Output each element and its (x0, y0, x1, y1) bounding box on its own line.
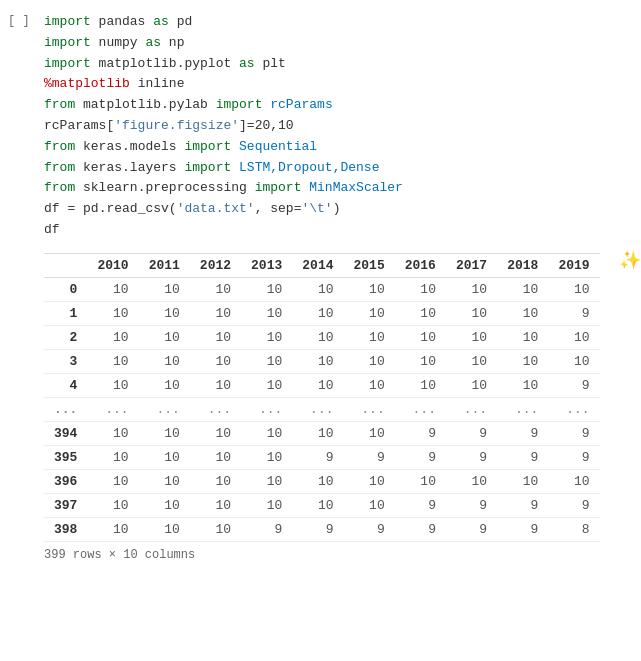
cell-value: 10 (395, 469, 446, 493)
cell-value: 9 (548, 493, 599, 517)
table-row: 3981010109999998 (44, 517, 600, 541)
cell-value: 10 (139, 349, 190, 373)
cell-value: 9 (446, 493, 497, 517)
cell-value: 10 (395, 301, 446, 325)
cell-value: 10 (446, 373, 497, 397)
cell-value: 10 (190, 301, 241, 325)
cell-value: 10 (190, 373, 241, 397)
cell-value: 10 (344, 421, 395, 445)
cell-value: 10 (87, 301, 138, 325)
table-row: 010101010101010101010 (44, 277, 600, 301)
cell-value: 10 (190, 421, 241, 445)
cell-value: 10 (497, 373, 548, 397)
cell-value: ... (139, 397, 190, 421)
row-index: ... (44, 397, 87, 421)
cell-value: 9 (446, 517, 497, 541)
cell-value: 10 (497, 349, 548, 373)
cell-value: ... (497, 397, 548, 421)
cell-value: 9 (344, 517, 395, 541)
cell-value: 10 (241, 469, 292, 493)
cell-value: ... (395, 397, 446, 421)
cell-value: 10 (190, 469, 241, 493)
table-row: 41010101010101010109 (44, 373, 600, 397)
column-header: 2013 (241, 253, 292, 277)
cell-value: 10 (241, 445, 292, 469)
cell-value: 10 (139, 421, 190, 445)
cell-value: 10 (139, 325, 190, 349)
cell-value: 9 (497, 517, 548, 541)
cell-value: 9 (344, 445, 395, 469)
table-row: 3941010101010109999 (44, 421, 600, 445)
cell-value: 10 (190, 277, 241, 301)
cell-value: 10 (87, 325, 138, 349)
cell-value: 10 (87, 469, 138, 493)
cell-value: 10 (292, 373, 343, 397)
table-row: 39610101010101010101010 (44, 469, 600, 493)
table-row: 310101010101010101010 (44, 349, 600, 373)
column-header: 2019 (548, 253, 599, 277)
cell-value: 10 (87, 445, 138, 469)
cell-value: ... (292, 397, 343, 421)
column-header: 2014 (292, 253, 343, 277)
row-index: 0 (44, 277, 87, 301)
cell-value: 10 (344, 301, 395, 325)
index-header (44, 253, 87, 277)
cell-value: 10 (344, 469, 395, 493)
column-header: 2012 (190, 253, 241, 277)
cell-value: 9 (292, 445, 343, 469)
row-index: 396 (44, 469, 87, 493)
row-index: 2 (44, 325, 87, 349)
cell-value: 10 (87, 373, 138, 397)
cell-value: 10 (241, 301, 292, 325)
cell-value: 10 (344, 373, 395, 397)
cell-value: 10 (344, 349, 395, 373)
cell-value: 10 (446, 469, 497, 493)
column-header: 2016 (395, 253, 446, 277)
cell-value: 10 (395, 373, 446, 397)
column-header: 2017 (446, 253, 497, 277)
magic-button[interactable]: ✨ (619, 249, 641, 271)
cell-value: 10 (139, 469, 190, 493)
cell-value: 10 (139, 445, 190, 469)
code-editor[interactable]: import pandas as pdimport numpy as npimp… (44, 12, 633, 241)
cell-value: 10 (241, 493, 292, 517)
row-index: 395 (44, 445, 87, 469)
cell-value: 9 (548, 373, 599, 397)
cell-value: ... (241, 397, 292, 421)
cell-value: 10 (395, 325, 446, 349)
cell-value: 10 (87, 493, 138, 517)
row-index: 397 (44, 493, 87, 517)
cell-value: 10 (190, 445, 241, 469)
table-row: 210101010101010101010 (44, 325, 600, 349)
cell-value: 10 (344, 325, 395, 349)
row-index: 3 (44, 349, 87, 373)
cell-value: 9 (395, 517, 446, 541)
cell-value: 9 (548, 445, 599, 469)
cell-value: 10 (344, 277, 395, 301)
cell-value: 9 (292, 517, 343, 541)
cell-value: 9 (548, 301, 599, 325)
cell-value: ... (87, 397, 138, 421)
cell-value: 10 (139, 517, 190, 541)
cell-value: 10 (292, 469, 343, 493)
table-row: 11010101010101010109 (44, 301, 600, 325)
cell-value: 10 (548, 325, 599, 349)
cell-value: 10 (87, 517, 138, 541)
cell-value: 9 (548, 421, 599, 445)
cell-value: 10 (292, 301, 343, 325)
cell-value: 10 (241, 277, 292, 301)
cell-value: 10 (548, 277, 599, 301)
cell-value: ... (548, 397, 599, 421)
dataframe-wrapper: 2010201120122013201420152016201720182019… (44, 249, 641, 542)
cell-execution-count: [ ] (8, 12, 36, 28)
wand-icon[interactable]: ✨ (619, 249, 641, 271)
cell-value: 9 (497, 421, 548, 445)
cell-value: 9 (241, 517, 292, 541)
cell-value: 10 (548, 349, 599, 373)
cell-value: 10 (292, 277, 343, 301)
cell-value: 10 (497, 325, 548, 349)
cell-value: ... (446, 397, 497, 421)
cell-value: 9 (497, 445, 548, 469)
table-row: 39510101010999999 (44, 445, 600, 469)
cell-value: 10 (548, 469, 599, 493)
